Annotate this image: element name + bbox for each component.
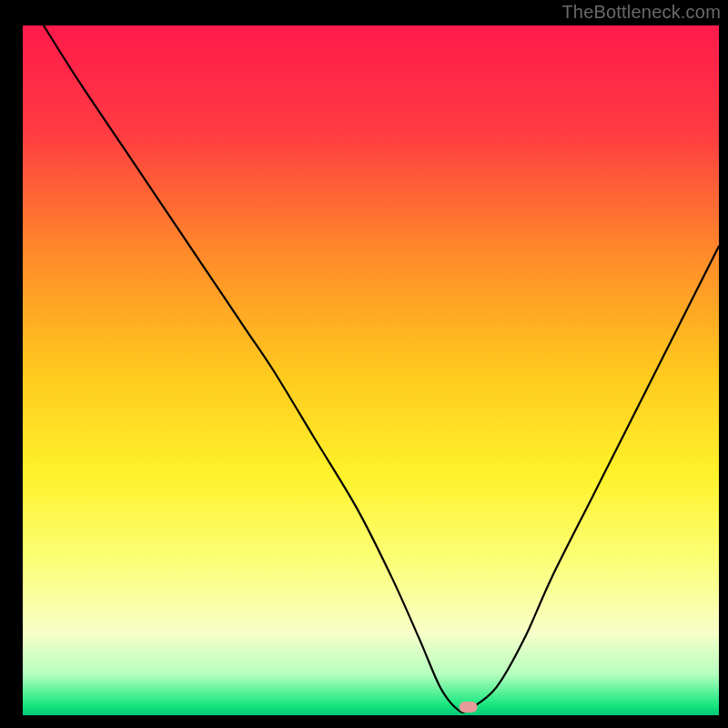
- watermark-label: TheBottleneck.com: [561, 2, 721, 23]
- optimal-marker: [460, 702, 478, 713]
- chart-frame: TheBottleneck.com: [0, 0, 728, 728]
- bottleneck-plot: [0, 0, 728, 728]
- gradient-background: [23, 25, 719, 715]
